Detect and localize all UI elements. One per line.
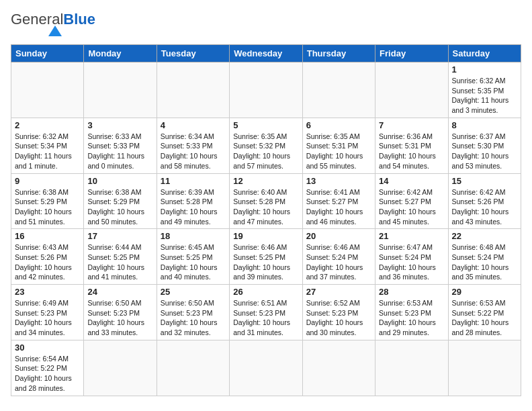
calendar-empty-cell bbox=[302, 62, 375, 118]
weekday-header-wednesday: Wednesday bbox=[230, 45, 302, 62]
calendar-week-row: 2Sunrise: 6:32 AMSunset: 5:34 PMDaylight… bbox=[11, 118, 521, 173]
calendar-day-7: 7Sunrise: 6:36 AMSunset: 5:31 PMDaylight… bbox=[375, 118, 448, 173]
day-number: 26 bbox=[233, 287, 298, 297]
calendar-week-row: 9Sunrise: 6:38 AMSunset: 5:29 PMDaylight… bbox=[11, 173, 521, 229]
day-number: 11 bbox=[161, 176, 226, 186]
calendar-day-25: 25Sunrise: 6:50 AMSunset: 5:23 PMDayligh… bbox=[157, 285, 229, 340]
calendar-day-20: 20Sunrise: 6:46 AMSunset: 5:24 PMDayligh… bbox=[302, 229, 375, 285]
day-number: 20 bbox=[306, 231, 371, 241]
calendar-day-6: 6Sunrise: 6:35 AMSunset: 5:31 PMDaylight… bbox=[302, 118, 375, 173]
calendar-empty-cell bbox=[448, 340, 521, 396]
calendar-day-28: 28Sunrise: 6:53 AMSunset: 5:23 PMDayligh… bbox=[375, 285, 448, 340]
day-number: 13 bbox=[306, 176, 371, 186]
day-number: 16 bbox=[15, 231, 80, 241]
calendar-day-26: 26Sunrise: 6:51 AMSunset: 5:23 PMDayligh… bbox=[230, 285, 302, 340]
weekday-header-friday: Friday bbox=[375, 45, 448, 62]
calendar-day-10: 10Sunrise: 6:38 AMSunset: 5:29 PMDayligh… bbox=[84, 173, 157, 229]
calendar-day-17: 17Sunrise: 6:44 AMSunset: 5:25 PMDayligh… bbox=[84, 229, 157, 285]
day-number: 25 bbox=[161, 287, 226, 297]
calendar-empty-cell bbox=[11, 62, 84, 118]
day-number: 1 bbox=[452, 64, 517, 75]
day-number: 23 bbox=[15, 287, 80, 297]
calendar-week-row: 16Sunrise: 6:43 AMSunset: 5:26 PMDayligh… bbox=[11, 229, 521, 285]
day-number: 22 bbox=[452, 231, 517, 241]
calendar-day-9: 9Sunrise: 6:38 AMSunset: 5:29 PMDaylight… bbox=[11, 173, 84, 229]
day-number: 12 bbox=[233, 176, 298, 186]
sun-info: Sunrise: 6:40 AMSunset: 5:28 PMDaylight:… bbox=[233, 187, 298, 227]
calendar-empty-cell bbox=[84, 62, 157, 118]
sun-info: Sunrise: 6:51 AMSunset: 5:23 PMDaylight:… bbox=[233, 298, 298, 338]
calendar-day-2: 2Sunrise: 6:32 AMSunset: 5:34 PMDaylight… bbox=[11, 118, 84, 173]
day-number: 27 bbox=[306, 287, 371, 297]
sun-info: Sunrise: 6:53 AMSunset: 5:23 PMDaylight:… bbox=[379, 298, 444, 338]
calendar-day-8: 8Sunrise: 6:37 AMSunset: 5:30 PMDaylight… bbox=[448, 118, 521, 173]
sun-info: Sunrise: 6:32 AMSunset: 5:35 PMDaylight:… bbox=[452, 76, 517, 116]
calendar-day-16: 16Sunrise: 6:43 AMSunset: 5:26 PMDayligh… bbox=[11, 229, 84, 285]
weekday-header-monday: Monday bbox=[84, 45, 157, 62]
sun-info: Sunrise: 6:50 AMSunset: 5:23 PMDaylight:… bbox=[161, 298, 226, 338]
calendar-day-15: 15Sunrise: 6:42 AMSunset: 5:26 PMDayligh… bbox=[448, 173, 521, 229]
day-number: 7 bbox=[379, 120, 444, 130]
calendar-day-11: 11Sunrise: 6:39 AMSunset: 5:28 PMDayligh… bbox=[157, 173, 229, 229]
weekday-header-sunday: Sunday bbox=[11, 45, 84, 62]
sun-info: Sunrise: 6:42 AMSunset: 5:27 PMDaylight:… bbox=[379, 187, 444, 227]
calendar-week-row: 23Sunrise: 6:49 AMSunset: 5:23 PMDayligh… bbox=[11, 285, 521, 340]
calendar-day-21: 21Sunrise: 6:47 AMSunset: 5:24 PMDayligh… bbox=[375, 229, 448, 285]
sun-info: Sunrise: 6:33 AMSunset: 5:33 PMDaylight:… bbox=[87, 132, 152, 171]
sun-info: Sunrise: 6:37 AMSunset: 5:30 PMDaylight:… bbox=[452, 132, 517, 171]
logo: General Blue bbox=[11, 11, 95, 39]
calendar-table: SundayMondayTuesdayWednesdayThursdayFrid… bbox=[11, 44, 521, 396]
calendar-day-24: 24Sunrise: 6:50 AMSunset: 5:23 PMDayligh… bbox=[84, 285, 157, 340]
page-header: General Blue bbox=[11, 11, 521, 39]
calendar-empty-cell bbox=[157, 62, 229, 118]
day-number: 2 bbox=[15, 120, 80, 130]
day-number: 21 bbox=[379, 231, 444, 241]
sun-info: Sunrise: 6:35 AMSunset: 5:32 PMDaylight:… bbox=[233, 132, 298, 171]
calendar-empty-cell bbox=[375, 340, 448, 396]
calendar-empty-cell bbox=[230, 340, 302, 396]
sun-info: Sunrise: 6:38 AMSunset: 5:29 PMDaylight:… bbox=[15, 187, 80, 227]
calendar-day-23: 23Sunrise: 6:49 AMSunset: 5:23 PMDayligh… bbox=[11, 285, 84, 340]
calendar-empty-cell bbox=[375, 62, 448, 118]
day-number: 4 bbox=[161, 120, 226, 130]
day-number: 14 bbox=[379, 176, 444, 186]
calendar-day-14: 14Sunrise: 6:42 AMSunset: 5:27 PMDayligh… bbox=[375, 173, 448, 229]
logo-triangle-icon bbox=[48, 26, 62, 36]
calendar-day-1: 1Sunrise: 6:32 AMSunset: 5:35 PMDaylight… bbox=[448, 62, 521, 118]
day-number: 10 bbox=[87, 176, 152, 186]
sun-info: Sunrise: 6:53 AMSunset: 5:22 PMDaylight:… bbox=[452, 298, 517, 338]
day-number: 15 bbox=[452, 176, 517, 186]
day-number: 8 bbox=[452, 120, 517, 130]
sun-info: Sunrise: 6:43 AMSunset: 5:26 PMDaylight:… bbox=[15, 242, 80, 282]
sun-info: Sunrise: 6:38 AMSunset: 5:29 PMDaylight:… bbox=[87, 187, 152, 227]
svg-marker-0 bbox=[48, 26, 62, 36]
calendar-week-row: 30Sunrise: 6:54 AMSunset: 5:22 PMDayligh… bbox=[11, 340, 521, 396]
sun-info: Sunrise: 6:35 AMSunset: 5:31 PMDaylight:… bbox=[306, 132, 371, 171]
sun-info: Sunrise: 6:42 AMSunset: 5:26 PMDaylight:… bbox=[452, 187, 517, 227]
weekday-header-thursday: Thursday bbox=[302, 45, 375, 62]
calendar-day-22: 22Sunrise: 6:48 AMSunset: 5:24 PMDayligh… bbox=[448, 229, 521, 285]
logo-blue-text: Blue bbox=[63, 11, 95, 28]
sun-info: Sunrise: 6:50 AMSunset: 5:23 PMDaylight:… bbox=[87, 298, 152, 338]
day-number: 19 bbox=[233, 231, 298, 241]
calendar-empty-cell bbox=[84, 340, 157, 396]
calendar-day-5: 5Sunrise: 6:35 AMSunset: 5:32 PMDaylight… bbox=[230, 118, 302, 173]
calendar-day-3: 3Sunrise: 6:33 AMSunset: 5:33 PMDaylight… bbox=[84, 118, 157, 173]
day-number: 18 bbox=[161, 231, 226, 241]
day-number: 9 bbox=[15, 176, 80, 186]
calendar-day-18: 18Sunrise: 6:45 AMSunset: 5:25 PMDayligh… bbox=[157, 229, 229, 285]
sun-info: Sunrise: 6:34 AMSunset: 5:33 PMDaylight:… bbox=[161, 132, 226, 171]
sun-info: Sunrise: 6:52 AMSunset: 5:23 PMDaylight:… bbox=[306, 298, 371, 338]
calendar-day-19: 19Sunrise: 6:46 AMSunset: 5:25 PMDayligh… bbox=[230, 229, 302, 285]
weekday-header-row: SundayMondayTuesdayWednesdayThursdayFrid… bbox=[11, 45, 521, 62]
sun-info: Sunrise: 6:36 AMSunset: 5:31 PMDaylight:… bbox=[379, 132, 444, 171]
sun-info: Sunrise: 6:46 AMSunset: 5:24 PMDaylight:… bbox=[306, 242, 371, 282]
sun-info: Sunrise: 6:44 AMSunset: 5:25 PMDaylight:… bbox=[87, 242, 152, 282]
sun-info: Sunrise: 6:49 AMSunset: 5:23 PMDaylight:… bbox=[15, 298, 80, 338]
sun-info: Sunrise: 6:41 AMSunset: 5:27 PMDaylight:… bbox=[306, 187, 371, 227]
day-number: 3 bbox=[87, 120, 152, 130]
day-number: 5 bbox=[233, 120, 298, 130]
calendar-week-row: 1Sunrise: 6:32 AMSunset: 5:35 PMDaylight… bbox=[11, 62, 521, 118]
calendar-empty-cell bbox=[157, 340, 229, 396]
calendar-day-4: 4Sunrise: 6:34 AMSunset: 5:33 PMDaylight… bbox=[157, 118, 229, 173]
